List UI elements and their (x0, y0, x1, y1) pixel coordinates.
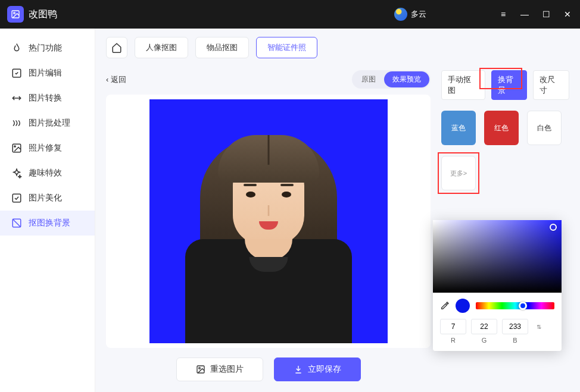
sidebar-item-label: 趣味特效 (29, 168, 62, 178)
r-label: R (440, 337, 466, 344)
current-color-swatch (456, 299, 470, 313)
b-input[interactable] (502, 319, 528, 334)
rtab-manual[interactable]: 手动抠图 (441, 70, 485, 100)
maximize-button[interactable]: ☐ (541, 10, 551, 19)
rtab-background[interactable]: 换背景 (491, 70, 528, 100)
flame-icon (11, 42, 23, 54)
canvas (106, 95, 431, 348)
minimize-button[interactable]: — (519, 10, 530, 19)
svg-point-1 (14, 12, 15, 14)
home-button[interactable] (106, 37, 127, 58)
sidebar-item-label: 热门功能 (29, 43, 62, 54)
sidebar-item-label: 图片批处理 (29, 118, 70, 128)
top-tabs: 人像抠图 物品抠图 智能证件照 (95, 29, 580, 67)
app-title: 改图鸭 (29, 8, 57, 21)
sidebar-item-cutout[interactable]: 抠图换背景 (0, 211, 95, 236)
app-logo-icon (7, 6, 24, 23)
image-icon (196, 365, 205, 374)
sidebar-item-hot[interactable]: 热门功能 (0, 36, 95, 61)
sidebar-item-convert[interactable]: 图片转换 (0, 86, 95, 111)
sidebar-item-beauty[interactable]: 图片美化 (0, 186, 95, 211)
cutout-icon (11, 217, 23, 229)
swatch-red[interactable]: 红色 (484, 111, 519, 145)
g-label: G (471, 337, 497, 344)
edit-icon (11, 67, 23, 79)
download-icon (294, 365, 303, 374)
tab-portrait[interactable]: 人像抠图 (135, 37, 188, 58)
hue-slider[interactable] (476, 302, 554, 309)
sidebar-item-batch[interactable]: 图片批处理 (0, 111, 95, 136)
hue-cursor[interactable] (519, 302, 527, 310)
back-button[interactable]: ‹ 返回 (106, 74, 126, 85)
more-colors-button[interactable]: 更多> (441, 156, 476, 190)
tab-idphoto[interactable]: 智能证件照 (256, 37, 317, 58)
sidebar-item-label: 图片转换 (29, 93, 62, 104)
reselect-button[interactable]: 重选图片 (176, 357, 263, 381)
sidebar-item-repair[interactable]: 照片修复 (0, 136, 95, 161)
tab-object[interactable]: 物品抠图 (195, 37, 249, 58)
color-picker: ⇅ R G B (433, 220, 562, 351)
weather-icon (394, 8, 407, 21)
toggle-original[interactable]: 原图 (353, 71, 384, 87)
sidebar-item-label: 抠图换背景 (29, 218, 70, 228)
sidebar-item-label: 照片修复 (29, 143, 62, 153)
mode-switch-icon[interactable]: ⇅ (537, 324, 541, 330)
sidebar-item-effects[interactable]: 趣味特效 (0, 161, 95, 186)
beauty-icon (11, 192, 23, 204)
sparkle-icon (11, 167, 23, 179)
repair-icon (11, 142, 23, 154)
swatch-white[interactable]: 白色 (527, 111, 562, 145)
batch-icon (11, 117, 23, 129)
eyedropper-icon[interactable] (440, 301, 450, 311)
saturation-area[interactable] (433, 220, 562, 293)
sidebar-item-label: 图片美化 (29, 193, 62, 203)
back-label: 返回 (111, 74, 126, 85)
chevron-left-icon: ‹ (106, 75, 108, 84)
weather-label: 多云 (411, 9, 426, 20)
save-button[interactable]: 立即保存 (274, 357, 361, 381)
close-button[interactable]: ✕ (562, 10, 573, 19)
svg-point-4 (14, 146, 15, 147)
r-input[interactable] (440, 319, 466, 334)
menu-button[interactable]: ≡ (498, 10, 509, 19)
g-input[interactable] (471, 319, 497, 334)
sidebar-item-edit[interactable]: 图片编辑 (0, 61, 95, 86)
reselect-label: 重选图片 (210, 364, 244, 375)
b-label: B (502, 337, 528, 344)
toggle-preview[interactable]: 效果预览 (384, 71, 429, 87)
sidebar-item-label: 图片编辑 (29, 68, 62, 79)
titlebar: 改图鸭 多云 ≡ — ☐ ✕ (0, 0, 580, 29)
weather-widget[interactable]: 多云 (394, 8, 426, 21)
svg-point-8 (198, 368, 200, 369)
convert-icon (11, 92, 23, 104)
view-toggle: 原图 效果预览 (352, 70, 431, 89)
sidebar: 热门功能 图片编辑 图片转换 图片批处理 照片修复 趣味特效 图片美化 抠图换 (0, 29, 95, 392)
rtab-resize[interactable]: 改尺寸 (533, 70, 569, 100)
svg-rect-5 (13, 194, 21, 202)
save-label: 立即保存 (308, 364, 341, 375)
home-icon (111, 42, 122, 53)
photo-preview (149, 99, 388, 343)
saturation-cursor[interactable] (550, 224, 557, 231)
swatch-blue[interactable]: 蓝色 (441, 111, 476, 145)
